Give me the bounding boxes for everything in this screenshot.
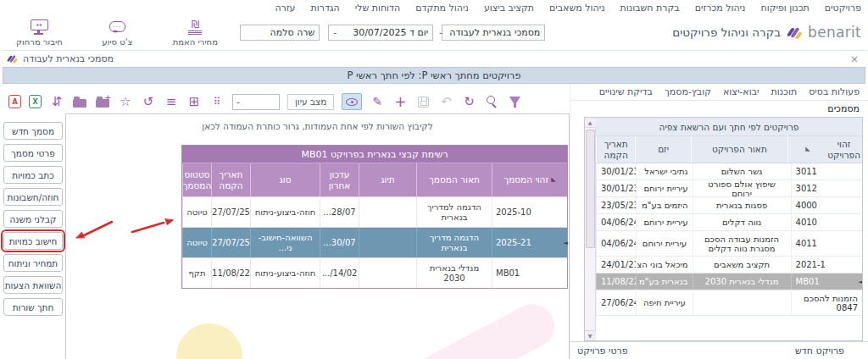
panel-menu-import-export[interactable]: יבוא-יצוא xyxy=(723,86,759,97)
files-table-title: רשימת קבצי בנארית בפרויקט MB01 xyxy=(182,146,567,163)
filter-funnel-icon[interactable] xyxy=(509,96,520,108)
column-header-doc-desc[interactable]: תאור המסמך xyxy=(416,163,492,196)
add-folder-icon[interactable] xyxy=(96,99,109,108)
menu-item-advanced[interactable]: ניהול מתקדם xyxy=(415,3,469,14)
cell-created: 27/07/25 xyxy=(211,228,250,257)
projects-table-panel: פרויקטים לפי חתך ועם הרשאת צפיה זהוי הפר… xyxy=(584,117,863,341)
dropdown-caret-icon[interactable]: - xyxy=(333,27,337,38)
documents-section-label[interactable]: מסמכים xyxy=(570,101,868,117)
menu-item-tenders[interactable]: ניהול מכרזים xyxy=(695,3,746,14)
sidebar-item-new-document[interactable]: מסמך חדש xyxy=(3,122,63,140)
brand-name: benarit xyxy=(808,24,861,41)
undo-icon[interactable]: ↶ xyxy=(438,93,453,110)
eye-icon xyxy=(346,98,358,106)
scroll-up-icon[interactable]: ▲ xyxy=(585,118,596,128)
vertical-scrollbar[interactable]: ▲ ▼ xyxy=(585,118,596,340)
table-row-selected[interactable]: ◄ MB01 מגדלי בנארית 2030 בנארית בע"מ 11/… xyxy=(596,273,862,290)
table-row[interactable]: 3012 שיפוץ אולם ספורט ירוחם עיריית ירוחם… xyxy=(596,180,862,197)
new-project-button[interactable]: פרויקט חדש xyxy=(795,345,844,356)
cell-initiator: עיריית ירוחם xyxy=(636,231,692,256)
search-icon[interactable] xyxy=(485,95,498,108)
user-name-value: שרה סלמה xyxy=(270,27,315,38)
sort-icon: ◣ xyxy=(551,176,555,183)
panel-menu-file-document[interactable]: קובץ-מסמך xyxy=(665,86,711,97)
panel-menu-change-check[interactable]: בדיקת שינויים xyxy=(599,86,653,97)
table-row-selected[interactable]: ◄ 2025-21 הדגמה מדריך בנארית 30/07... הש… xyxy=(182,227,567,257)
column-header-tag[interactable]: תיוג xyxy=(359,163,416,196)
table-row[interactable]: 4000 פסגות בנארית היזמים בע"מ 23/05/23 xyxy=(596,197,862,214)
column-header-doc-id[interactable]: ◣ זהוי המסמך xyxy=(492,163,567,196)
close-icon[interactable]: × xyxy=(848,54,861,64)
column-header-type[interactable]: סוג xyxy=(250,163,320,196)
folder-icon[interactable] xyxy=(73,99,86,108)
true-prices-button[interactable]: ₪ מחירי האמת xyxy=(169,19,221,47)
context-select-value: מסמכי בנארית לעבודה xyxy=(449,27,540,38)
add-icon[interactable]: + xyxy=(392,93,408,110)
table-row[interactable]: הזמנות להסכם 0847 עיריית חיפה 27/06/24 xyxy=(596,290,862,316)
project-details-button[interactable]: פרטי פרויקט xyxy=(577,345,628,356)
cell-created-date: 30/01/23 xyxy=(596,163,636,180)
favorite-star-icon[interactable]: ☆ xyxy=(118,93,133,110)
user-name-field[interactable]: שרה סלמה xyxy=(240,25,320,41)
qr-code-icon[interactable]: ⠿ xyxy=(209,93,225,110)
cell-tag xyxy=(359,197,416,227)
adjust-columns-icon[interactable]: ⇵ xyxy=(49,93,64,110)
sidebar-item-bid-comparison[interactable]: השוואת הצעות xyxy=(3,276,63,294)
table-row[interactable]: 4010 נווה דקלים עיריית ירוחם 04/06/24 xyxy=(596,214,862,231)
menu-item-planning-supervision[interactable]: תכנון ופיקוח xyxy=(761,3,810,14)
date-select[interactable]: יום ד 30/07/2025 - xyxy=(328,25,433,41)
context-select[interactable]: מסמכי בנארית לעבודה - xyxy=(442,25,545,41)
edit-icon[interactable]: ✎ xyxy=(370,93,385,110)
column-header-last-update[interactable]: עדכון אחרון xyxy=(320,163,359,196)
refresh-icon[interactable]: ↻ xyxy=(461,93,476,110)
menu-item-execution-budget[interactable]: תקציב ביצוע xyxy=(484,3,534,14)
view-mode-toggle[interactable] xyxy=(342,93,362,110)
save-icon[interactable] xyxy=(418,97,429,108)
sidebar-item-bill-of-quantities[interactable]: כתב כמויות xyxy=(3,166,63,184)
history-undo-icon[interactable]: ↺ xyxy=(141,93,156,110)
panel-menu-base-actions[interactable]: פעולות בסיס xyxy=(809,86,860,97)
menu-item-my-reports[interactable]: הדוחות שלי xyxy=(355,3,401,14)
menu-item-accounts-control[interactable]: בקרת חשבונות xyxy=(620,3,680,14)
menu-item-projects[interactable]: פרויקטים xyxy=(825,3,861,14)
quick-actions: ₪ מחירי האמת ··· צ'ט סיוע ↔ חיבור מרחוק xyxy=(13,19,221,47)
tab-label: מסמכי בנארית לעבודה xyxy=(23,53,114,64)
tab-benarit-work-documents[interactable]: מסמכי בנארית לעבודה xyxy=(7,53,114,64)
menu-item-resources[interactable]: ניהול משאבים xyxy=(549,3,605,14)
support-chat-button[interactable]: ··· צ'ט סיוע xyxy=(91,19,143,47)
toolbar-combo[interactable]: - xyxy=(232,94,280,110)
rows-layout-icon[interactable]: ≡ xyxy=(164,93,179,110)
panel-menu-software[interactable]: תוכנות xyxy=(771,86,797,97)
scroll-down-icon[interactable]: ▼ xyxy=(585,330,596,340)
dropdown-caret-icon[interactable]: - xyxy=(439,27,442,38)
cell-project-desc: שיפוץ אולם ספורט ירוחם xyxy=(693,180,791,196)
menu-item-settings[interactable]: הגדרות xyxy=(311,3,340,14)
column-header-project-id[interactable]: זהוי הפרויקט ◣ xyxy=(787,136,862,163)
sidebar-item-contract-accounts[interactable]: חוזה/חשבונות xyxy=(3,188,63,206)
column-header-created-date[interactable]: תאריך הקמה xyxy=(596,136,635,163)
cell-doc-desc: הדגמה למדריך בנארית xyxy=(416,197,492,227)
column-header-initiator[interactable]: יזם xyxy=(635,136,690,163)
column-header-project-desc[interactable]: תאור הפרויקט xyxy=(691,136,787,163)
remote-connection-button[interactable]: ↔ חיבור מרחוק xyxy=(13,19,65,47)
column-header-created[interactable]: תאריך הקמה xyxy=(211,163,250,196)
date-select-value: יום ד 30/07/2025 xyxy=(353,27,428,38)
menu-item-help[interactable]: עזרה xyxy=(275,3,295,14)
table-row[interactable]: 2021-1 תקציב משאבים מיכאל בוני הצפ... 24… xyxy=(596,257,862,273)
table-row[interactable]: 3011 גשר השלום נתיבי ישראל 30/01/23 xyxy=(596,163,862,180)
table-row[interactable]: MB01 מגדלי בנארית 2030 14/02/... חוזה-בי… xyxy=(182,257,567,288)
cell-tag xyxy=(359,228,416,257)
scrollbar-thumb[interactable] xyxy=(586,130,595,248)
table-row[interactable]: 4011 הזמנות עבודה הסכם מסגרת נווה דקלים … xyxy=(596,231,862,257)
sidebar-item-quantity-calculation[interactable]: חישוב כמויות xyxy=(3,232,63,250)
export-box-icon[interactable]: ⊞ xyxy=(186,93,202,110)
sidebar-item-costing-analysis[interactable]: תמחיר וניתוח xyxy=(3,254,63,272)
sidebar-item-subcontractors[interactable]: קבלני משנה xyxy=(3,210,63,228)
export-excel-icon[interactable]: X xyxy=(29,95,42,108)
export-pdf-icon[interactable]: A xyxy=(8,95,21,108)
table-row[interactable]: 2025-10 הדגמה למדריך בנארית 28/07... חוז… xyxy=(182,196,567,227)
sidebar-item-row-section[interactable]: חתך שורות xyxy=(3,298,63,316)
column-header-status[interactable]: סטטוס המסמך xyxy=(182,163,211,196)
cell-project-id: 4010 xyxy=(791,214,862,230)
sidebar-item-document-details[interactable]: פרטי מסמך xyxy=(3,144,63,162)
